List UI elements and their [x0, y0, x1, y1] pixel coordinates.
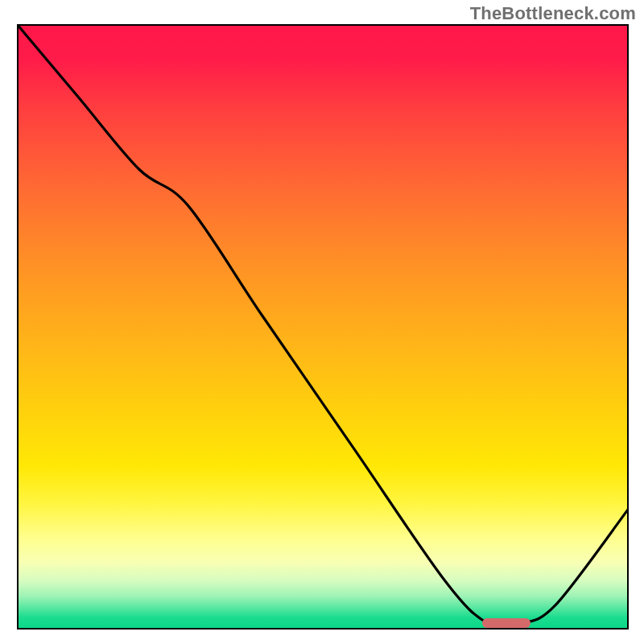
curve-layer [17, 24, 629, 630]
plot-area [17, 24, 629, 630]
bottleneck-curve-path [17, 24, 629, 627]
chart-stage: TheBottleneck.com [0, 0, 644, 644]
watermark-text: TheBottleneck.com [470, 3, 636, 24]
optimal-range-marker [482, 618, 531, 628]
